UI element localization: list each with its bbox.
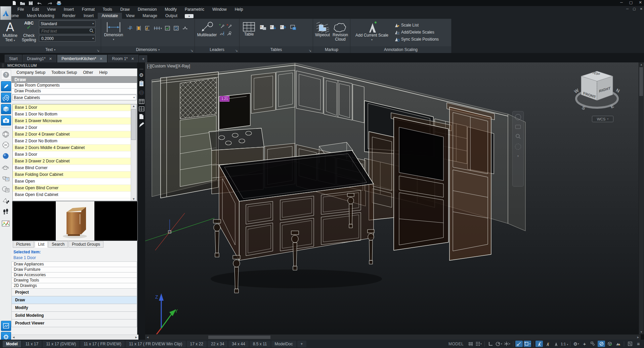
model-space-badge[interactable]: MODEL: [448, 342, 464, 346]
layout-tab-modeldoc[interactable]: ModelDoc: [271, 341, 296, 347]
globe-list-icon[interactable]: [1, 185, 10, 194]
list-item[interactable]: Base 1 Drawer Microwave: [13, 118, 131, 125]
nav-zoom-icon[interactable]: [515, 134, 521, 139]
section-project[interactable]: Project: [11, 289, 137, 296]
section-modify[interactable]: Modify: [11, 304, 137, 312]
object-snap-tracking-toggle-icon[interactable]: [515, 341, 523, 347]
list-item[interactable]: Base 2 Door No Bottom: [13, 138, 131, 145]
list-item[interactable]: Base 1 Door No Bottom: [13, 111, 131, 118]
find-text-input[interactable]: [41, 29, 86, 34]
viewport-horizontal-scrollbar[interactable]: ◄►: [145, 334, 641, 340]
check-spelling-button[interactable]: ABC ✓ Check Spelling: [20, 19, 38, 43]
polar-tracking-icon[interactable]: ▾: [495, 341, 503, 347]
object-snap-toggle-icon[interactable]: ▾: [524, 341, 531, 347]
list-item[interactable]: Base 3 Drawer 2 Door Cabinet: [13, 158, 131, 165]
file-tab-start[interactable]: Start: [5, 55, 22, 62]
text-style-dropdown[interactable]: Standard▾: [39, 20, 95, 27]
menu-tools[interactable]: Tools: [99, 7, 116, 12]
side-document-icon[interactable]: [139, 114, 144, 119]
collect-leaders-icon[interactable]: [226, 30, 232, 37]
file-tab-pembertonkitchen[interactable]: PembertonKitchen*✕: [57, 55, 107, 62]
annotation-visibility-toggle-icon[interactable]: [535, 341, 543, 347]
close-tab-icon[interactable]: ✕: [49, 57, 52, 61]
text-height-input[interactable]: [41, 36, 86, 41]
minimize-icon[interactable]: ─: [619, 0, 624, 5]
list-item[interactable]: Base 2 Door: [13, 125, 131, 131]
list-item[interactable]: Base 3 Door: [13, 151, 131, 158]
drawing-tools-button[interactable]: Drawing Tools: [11, 278, 137, 283]
draw-pencil-icon[interactable]: [1, 81, 11, 91]
menu-help[interactable]: Help: [231, 7, 247, 12]
draw-furniture-button[interactable]: Draw Furniture: [11, 267, 137, 272]
side-gear-large-icon[interactable]: ⚙: [138, 89, 144, 97]
wcs-dropdown[interactable]: WCS▿: [592, 116, 613, 122]
annotation-scale-value[interactable]: 1:1 ▾: [561, 342, 568, 346]
customization-menu-icon[interactable]: ≡: [635, 341, 642, 347]
side-pencil-icon[interactable]: [138, 122, 144, 128]
preview-pane-right[interactable]: [94, 201, 138, 241]
2d-drawings-button[interactable]: 2D Drawings: [11, 283, 137, 289]
palette-title-bar[interactable]: MICROVELLUM: [0, 62, 137, 68]
isolate-objects-icon[interactable]: [589, 341, 597, 347]
text-panel-footer[interactable]: Text▾ ↘: [0, 46, 101, 53]
file-tab-room1[interactable]: Room 1*✕: [108, 55, 139, 62]
revision-cloud-button[interactable]: Revision Cloud: [332, 20, 349, 42]
preview-pane-left[interactable]: [12, 201, 56, 241]
ribbon-tab-output[interactable]: Output: [161, 13, 181, 19]
ribbon-tab-insert[interactable]: Insert: [80, 13, 98, 19]
dim-extension-icon[interactable]: [126, 24, 134, 32]
ribbon-display-toggle[interactable]: ▾: [185, 14, 194, 18]
ribbon-tab-manage[interactable]: Manage: [139, 13, 161, 19]
layout-tab[interactable]: 11 x 17: [22, 341, 42, 347]
ribbon-tab-render[interactable]: Render: [58, 13, 79, 19]
add-leader-icon[interactable]: +: [218, 23, 225, 30]
tables-dialog-launcher-icon[interactable]: ↘: [309, 49, 311, 52]
graphics-cube-icon[interactable]: [606, 341, 613, 347]
section-draw[interactable]: Draw: [11, 296, 137, 304]
tab-product-groups[interactable]: Product Groups: [69, 241, 103, 248]
viewport-controls-label[interactable]: [-][Custom View][X-Ray]: [147, 64, 190, 68]
redo-icon[interactable]: [46, 1, 53, 5]
menu-modify[interactable]: Modify: [161, 7, 181, 12]
isometric-drafting-icon[interactable]: ▾: [504, 341, 511, 347]
dim-spacing-icon[interactable]: [135, 24, 143, 32]
palette-menu-help[interactable]: Help: [97, 70, 110, 75]
tables-panel-footer[interactable]: Tables ↘: [240, 46, 313, 53]
layout-tab[interactable]: 22 x 34: [208, 341, 227, 347]
data-link-download-icon[interactable]: 8: [269, 23, 277, 32]
ribbon-tab-mesh-modeling[interactable]: Mesh Modeling: [23, 13, 58, 19]
menu-edit[interactable]: Edit: [28, 7, 43, 12]
maximize-icon[interactable]: ▢: [629, 0, 633, 5]
save-icon[interactable]: [29, 1, 33, 5]
multiline-text-button[interactable]: A Multiline Text ▾: [1, 19, 19, 43]
add-delete-scales-button[interactable]: Add/Delete Scales: [394, 29, 439, 35]
find-text-field[interactable]: [39, 28, 95, 34]
search-icon[interactable]: [89, 29, 94, 34]
cube-icon[interactable]: [1, 104, 11, 114]
layout-tab[interactable]: 17 x 22: [187, 341, 207, 347]
tab-pictures[interactable]: Pictures: [13, 241, 34, 248]
menu-insert[interactable]: Insert: [60, 7, 78, 12]
nav-more-icon[interactable]: ▾: [517, 154, 519, 158]
tab-list[interactable]: List: [35, 241, 48, 248]
footprints-icon[interactable]: [1, 207, 10, 217]
layout-tab[interactable]: 34 x 44: [228, 341, 248, 347]
layout-tab[interactable]: 11 x 17 ( FR DVIEW Min Clip): [126, 341, 185, 347]
add-current-scale-button[interactable]: Add Current Scale ▾: [353, 20, 391, 42]
menu-format[interactable]: Format: [78, 7, 99, 12]
new-drawing-tab-button[interactable]: +: [139, 55, 147, 62]
data-link-upload-icon[interactable]: 8: [279, 23, 287, 32]
list-item[interactable]: Base Blind Corner: [13, 165, 131, 171]
tab-search[interactable]: Search: [48, 241, 68, 248]
mdi-minimize-icon[interactable]: ─: [626, 7, 629, 11]
menu-view[interactable]: View: [43, 7, 60, 12]
list-item[interactable]: Base 2 Doors Middle 4 Drawer Cabinet: [13, 145, 131, 151]
nav-orbit-icon[interactable]: [515, 144, 521, 150]
viewport[interactable]: Z Y X [-][Custom View][X-Ray] 1.21 W S E…: [145, 62, 644, 340]
close-icon[interactable]: ✕: [638, 0, 643, 5]
close-tab-icon[interactable]: ✕: [99, 57, 102, 61]
table-button[interactable]: Table: [242, 20, 256, 37]
layout-tab-model[interactable]: Model: [3, 341, 21, 347]
draw-room-components-button[interactable]: Draw Room Components: [11, 83, 137, 89]
text-height-field[interactable]: ▾: [39, 35, 95, 42]
